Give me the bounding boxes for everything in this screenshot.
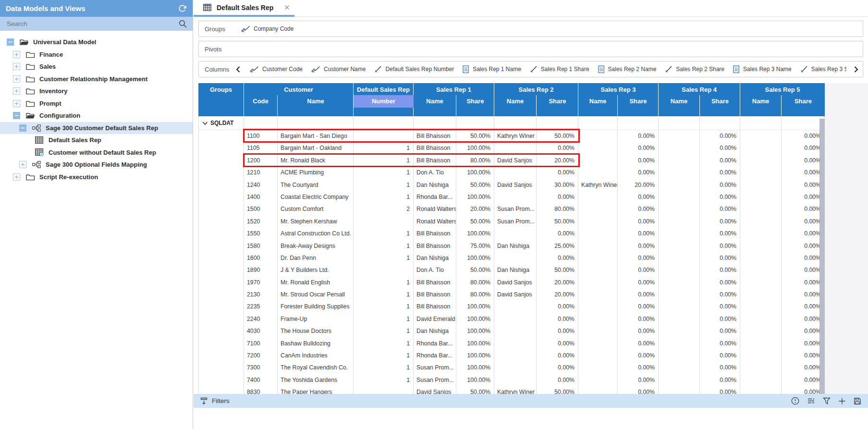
table-row-1500[interactable]: 1500Custom Comfort2Ronald Walters20.00%S… [198, 203, 825, 215]
row-groups-cell [198, 130, 244, 142]
sidebar-item-customer-without-default-sales-rep[interactable]: Customer without Default Sales Rep [0, 147, 193, 159]
group-chip-company-code[interactable]: Company Code [241, 25, 293, 33]
filters-funnel-icon[interactable] [200, 397, 208, 405]
cell-rep3_name [578, 191, 618, 203]
header-col-sales-rep-1-share[interactable]: Share [456, 95, 494, 116]
column-chip-sales-rep-2-name[interactable]: Sales Rep 2 Name [598, 65, 657, 74]
sidebar-item-script-re-execution[interactable]: Script Re-execution [0, 171, 193, 184]
expand-toggle-icon[interactable] [13, 173, 20, 181]
table-row-1200[interactable]: 1200Mr. Ronald Black1Bill Bhaisson80.00%… [198, 155, 825, 167]
table-row-1400[interactable]: 1400Coastal Electric Company1Rhonda Bar.… [198, 191, 825, 203]
sidebar-item-universal-data-model[interactable]: Universal Data Model [0, 36, 193, 49]
header-group-sales-rep-5[interactable]: Sales Rep 5NameShare [740, 83, 825, 116]
header-col-sales-rep-5-share[interactable]: Share [782, 95, 825, 116]
sidebar-item-sage-300-customer-default-sales-rep[interactable]: Sage 300 Customer Default Sales Rep [0, 122, 193, 135]
cell-code: 7200 [244, 350, 278, 362]
cell-rep1_share: 50.00% [456, 386, 494, 394]
header-col-customer-code[interactable]: Code [244, 95, 278, 116]
header-group-sales-rep-1[interactable]: Sales Rep 1NameShare [414, 83, 494, 116]
sidebar-item-configuration[interactable]: Configuration [0, 110, 193, 122]
folder-icon [26, 51, 36, 58]
expand-toggle-icon[interactable] [13, 51, 20, 58]
table-row-2240[interactable]: 2240Frame-Up1David Emerald100.00%0.00%0.… [198, 313, 825, 325]
header-group-sales-rep-3[interactable]: Sales Rep 3NameShare [578, 83, 659, 116]
table-row-7100[interactable]: 7100Bashaw Bulldozing1Rhonda Bar...100.0… [198, 338, 825, 350]
expand-toggle-icon[interactable] [13, 75, 20, 83]
expand-toggle-icon[interactable] [13, 63, 20, 70]
vertical-scrollbar[interactable] [819, 119, 825, 394]
group-row-empty-cell [414, 116, 456, 130]
header-col-sales-rep-2-share[interactable]: Share [537, 95, 578, 116]
collapse-toggle-icon[interactable] [19, 124, 26, 132]
search-input[interactable] [6, 20, 179, 28]
header-group-default-sales-rep[interactable]: Default Sales RepNumber [354, 83, 414, 116]
table-row-1550[interactable]: 1550Astral Construction Co Ltd.1Bill Bha… [198, 228, 825, 240]
chevron-down-icon[interactable] [202, 121, 208, 125]
sidebar-item-customer-relationship-management[interactable]: Customer Relationship Management [0, 73, 193, 86]
table-row-2130[interactable]: 2130Mr. Stroud Oscar Persall1Bill Bhaiss… [198, 289, 825, 301]
header-group-groups[interactable]: Groups [198, 83, 244, 116]
header-col-sales-rep-2-name[interactable]: Name [494, 95, 537, 116]
sidebar-item-sage-300-optional-fields-mapping[interactable]: Sage 300 Optional Fields Mapping [0, 159, 193, 171]
sidebar-item-sales[interactable]: Sales [0, 61, 193, 73]
table-row-1600[interactable]: 1600Dr. Dan Penn1Dan Nishiga100.00%0.00%… [198, 252, 825, 264]
header-group-sales-rep-4[interactable]: Sales Rep 4NameShare [659, 83, 740, 116]
tab-default-sales-rep[interactable]: Default Sales Rep [194, 0, 294, 15]
table-row-7300[interactable]: 7300The Royal Cavendish Co.1Susan Prom..… [198, 362, 825, 374]
tab-close-icon[interactable] [284, 5, 290, 10]
table-row-1890[interactable]: 1890J & Y Builders Ltd.Don A. Tio50.00%D… [198, 264, 825, 276]
chevron-left-icon[interactable] [235, 66, 241, 73]
column-chip-customer-name[interactable]: Customer Name [311, 65, 366, 74]
column-chip-sales-rep-2-share[interactable]: Sales Rep 2 Share [665, 65, 724, 74]
header-group-sales-rep-2[interactable]: Sales Rep 2NameShare [494, 83, 578, 116]
list-icon[interactable] [807, 397, 815, 404]
group-row-sqldat[interactable]: SQLDAT [198, 116, 825, 130]
column-chip-customer-code[interactable]: Customer Code [250, 65, 303, 74]
collapse-toggle-icon[interactable] [13, 112, 20, 119]
header-col-sales-rep-1-name[interactable]: Name [414, 95, 456, 116]
header-col-sales-rep-4-share[interactable]: Share [700, 95, 740, 116]
chevron-right-icon[interactable] [849, 66, 859, 73]
sidebar-item-default-sales-rep[interactable]: Default Sales Rep [0, 134, 193, 147]
cell-rep4_name [659, 240, 700, 252]
table-row-1105[interactable]: 1105Bargain Mart - Oakland1Bill Bhaisson… [198, 142, 825, 154]
header-col-customer-name[interactable]: Name [278, 95, 354, 116]
table-row-2235[interactable]: 2235Forester Building Supplies1Bill Bhai… [198, 301, 825, 313]
sidebar-item-finance[interactable]: Finance [0, 49, 193, 61]
search-icon[interactable] [179, 20, 187, 28]
refresh-icon[interactable] [178, 4, 187, 13]
column-chip-sales-rep-1-share[interactable]: Sales Rep 1 Share [530, 65, 589, 74]
plus-icon[interactable] [838, 397, 846, 405]
table-row-1970[interactable]: 1970Mr. Ronald English1Bill Bhaisson80.0… [198, 277, 825, 289]
table-row-7200[interactable]: 7200CanAm Industries1Rhonda Bar...100.00… [198, 350, 825, 362]
folder-icon [26, 63, 36, 70]
table-row-1520[interactable]: 1520Mr. Stephen KershawRonald Walters50.… [198, 216, 825, 228]
header-col-sales-rep-5-name[interactable]: Name [740, 95, 782, 116]
cell-rep3_share: 0.00% [618, 130, 659, 142]
column-chip-sales-rep-1-name[interactable]: Sales Rep 1 Name [463, 65, 521, 74]
sidebar-item-prompt[interactable]: Prompt [0, 98, 193, 110]
table-row-7400[interactable]: 7400The Yoshida Gardens1Susan Prom...100… [198, 374, 825, 386]
column-chip-default-sales-rep-number[interactable]: Default Sales Rep Number [374, 65, 454, 74]
header-group-customer[interactable]: CustomerCodeName [244, 83, 354, 116]
table-row-8830[interactable]: 8830The Paper HangersDavid Sanjos50.00%K… [198, 386, 825, 394]
table-row-1580[interactable]: 1580Break-Away Designs1Bill Bhaisson75.0… [198, 240, 825, 252]
table-row-1100[interactable]: 1100Bargain Mart - San DiegoBill Bhaisso… [198, 130, 825, 142]
column-chip-sales-rep-3-share[interactable]: Sales Rep 3 Share [800, 65, 846, 74]
funnel-icon[interactable] [823, 397, 831, 405]
sidebar-item-inventory[interactable]: Inventory [0, 85, 193, 98]
header-col-sales-rep-4-name[interactable]: Name [659, 95, 700, 116]
save-icon[interactable] [854, 397, 861, 405]
table-row-1240[interactable]: 1240The Courtyard1Dan Nishiga50.00%David… [198, 179, 825, 191]
collapse-toggle-icon[interactable] [7, 38, 14, 46]
table-row-4030[interactable]: 4030The House Doctors1Dan Nishiga100.00%… [198, 325, 825, 337]
expand-toggle-icon[interactable] [13, 87, 20, 95]
header-col-sales-rep-3-name[interactable]: Name [578, 95, 618, 116]
table-row-1210[interactable]: 1210ACME Plumbing1Don A. Tio100.00%0.00%… [198, 167, 825, 179]
column-chip-sales-rep-3-name[interactable]: Sales Rep 3 Name [733, 65, 792, 74]
alert-icon[interactable] [791, 397, 799, 405]
expand-toggle-icon[interactable] [19, 161, 26, 168]
header-col-default-sales-rep-number[interactable]: Number [354, 95, 414, 116]
expand-toggle-icon[interactable] [13, 100, 20, 107]
header-col-sales-rep-3-share[interactable]: Share [618, 95, 659, 116]
